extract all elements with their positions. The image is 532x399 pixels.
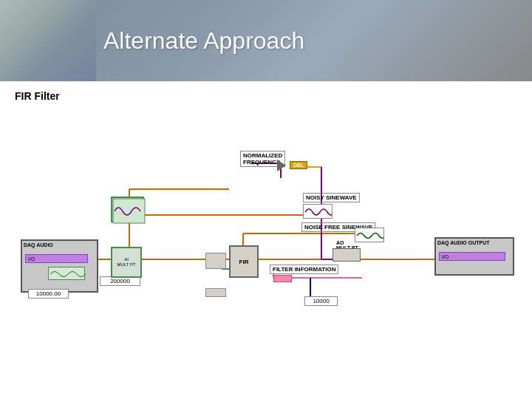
bottom-small-block bbox=[205, 288, 226, 297]
daq-output-io-label: I/O bbox=[442, 254, 449, 259]
header: Alternate Approach bbox=[0, 0, 532, 81]
pre-fir-block bbox=[205, 253, 226, 269]
daq-audio-block: DAQ AUDIO I/O bbox=[21, 239, 98, 293]
page-title: Alternate Approach bbox=[103, 27, 304, 55]
daq-output-io-bar: I/O bbox=[439, 252, 505, 261]
value-10000: 10000 bbox=[304, 296, 338, 306]
daq-audio-title: DAQ AUDIO bbox=[22, 241, 97, 248]
ai-mult-pt-block: AIMULT PT bbox=[111, 247, 142, 278]
content-area: FIR Filter bbox=[0, 81, 532, 399]
daq-audio-io-label: I/O bbox=[28, 256, 35, 262]
header-background-image bbox=[0, 0, 96, 81]
daq-audio-output-title: DAQ AUDIO OUTPUT bbox=[436, 239, 513, 247]
run-arrow[interactable] bbox=[277, 160, 286, 171]
daq-audio-output-block: DAQ AUDIO OUTPUT I/O bbox=[434, 237, 514, 276]
noisy-sinewave-display bbox=[303, 204, 332, 219]
labview-diagram: NORMALIZEDFREQUENCY DBL NOISY SINEWAVE N… bbox=[15, 108, 517, 389]
subtitle-label: FIR Filter bbox=[15, 90, 517, 102]
value-10000-00: 10000.00 bbox=[28, 289, 69, 299]
daq-audio-io-bar: I/O bbox=[25, 254, 88, 263]
fir-label: FIR bbox=[239, 259, 249, 265]
filter-information-label: FILTER INFORMATION bbox=[270, 265, 338, 274]
noisy-sinewave-label: NOISY SINEWAVE bbox=[303, 193, 360, 202]
fir-filter-block: FIR bbox=[229, 245, 259, 278]
ao-block bbox=[332, 248, 361, 262]
osc-block-top bbox=[111, 197, 144, 222]
daq-audio-waveform bbox=[48, 267, 85, 280]
ai-label: AIMULT PT bbox=[117, 257, 135, 267]
filter-info-indicator bbox=[273, 275, 292, 282]
dbl-indicator: DBL bbox=[290, 161, 307, 169]
